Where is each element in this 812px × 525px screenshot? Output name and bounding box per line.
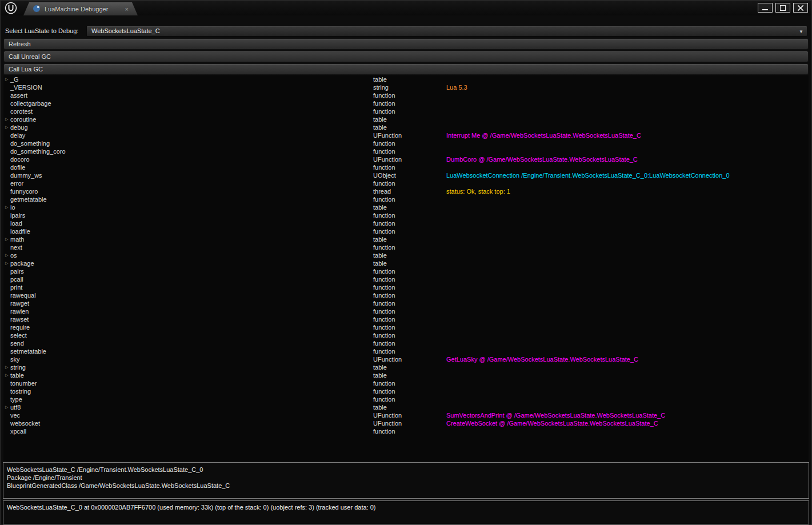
variable-type: function [373, 299, 395, 307]
select-luastate-label: Select LuaState to Debug: [5, 27, 78, 34]
variable-type: function [373, 267, 395, 275]
refresh-button[interactable]: Refresh [3, 38, 809, 50]
variable-name: rawset [10, 315, 29, 323]
window-controls [758, 3, 808, 13]
tree-row[interactable]: sendfunction [3, 339, 809, 347]
variable-type: function [373, 427, 395, 435]
variable-type: function [373, 195, 395, 203]
tree-row[interactable]: rawsetfunction [3, 315, 809, 323]
tree-row[interactable]: do_something_corofunction [3, 147, 809, 155]
tree-row[interactable]: websocketUFunctionCreateWebSocket @ /Gam… [3, 419, 809, 427]
variable-value: Interrupt Me @ /Game/WebSocketsLuaState.… [446, 131, 641, 139]
variable-name: delay [10, 131, 25, 139]
maximize-button[interactable] [775, 3, 790, 13]
variable-name: error [10, 179, 23, 187]
variable-type: table [373, 251, 387, 259]
call-unreal-gc-button[interactable]: Call Unreal GC [3, 51, 809, 62]
variable-name: assert [10, 91, 27, 99]
tab-close-icon[interactable]: × [125, 6, 129, 13]
tree-row[interactable]: vecUFunctionSumVectorsAndPrint @ /Game/W… [3, 411, 809, 419]
tree-row[interactable]: ▷ostable [3, 251, 809, 259]
tree-row[interactable]: requirefunction [3, 323, 809, 331]
variable-type: function [373, 347, 395, 355]
variable-type: function [373, 139, 395, 147]
variable-name: docoro [10, 155, 30, 163]
tree-row[interactable]: dofilefunction [3, 163, 809, 171]
variable-type: function [373, 339, 395, 347]
tree-row[interactable]: pcallfunction [3, 275, 809, 283]
tree-row[interactable]: ▷_Gtable [3, 75, 809, 83]
call-lua-gc-button[interactable]: Call Lua GC [3, 63, 809, 75]
variable-name: debug [10, 123, 28, 131]
tree-row[interactable]: ▷stringtable [3, 363, 809, 371]
tree-row[interactable]: _VERSIONstringLua 5.3 [3, 83, 809, 91]
variable-type: function [373, 219, 395, 227]
tree-row[interactable]: loadfunction [3, 219, 809, 227]
tree-row[interactable]: printfunction [3, 283, 809, 291]
tree-row[interactable]: xpcallfunction [3, 427, 809, 435]
close-button[interactable] [793, 3, 808, 13]
chevron-down-icon: ▼ [799, 27, 803, 37]
variable-name: corotest [10, 107, 33, 115]
tree-row[interactable]: errorfunction [3, 179, 809, 187]
tab-luamachine-debugger[interactable]: LuaMachine Debugger × [23, 2, 138, 15]
variable-type: function [373, 227, 395, 235]
minimize-button[interactable] [758, 3, 773, 13]
tree-row[interactable]: pairsfunction [3, 267, 809, 275]
status-bar: WebSocketsLuaState_C_0 at 0x0000020AB7FF… [3, 500, 809, 524]
variable-name: rawget [10, 299, 29, 307]
variable-type: function [373, 99, 395, 107]
tree-row[interactable]: dummy_wsUObjectLuaWebsocketConnection /E… [3, 171, 809, 179]
tree-row[interactable]: corotestfunction [3, 107, 809, 115]
variable-name: type [10, 395, 22, 403]
tree-row[interactable]: ▷utf8table [3, 403, 809, 411]
tree-row[interactable]: loadfilefunction [3, 227, 809, 235]
variable-type: function [373, 291, 395, 299]
variable-type: function [373, 179, 395, 187]
variable-name: xpcall [10, 427, 26, 435]
tree-row[interactable]: ▷packagetable [3, 259, 809, 267]
tree-row[interactable]: setmetatablefunction [3, 347, 809, 355]
luastate-dropdown[interactable]: WebSocketsLuaState_C ▼ [86, 26, 807, 37]
tree-row[interactable]: funnycorothreadstatus: Ok, stack top: 1 [3, 187, 809, 195]
variable-name: funnycoro [10, 187, 38, 195]
variable-type: table [373, 371, 387, 379]
tree-row[interactable]: ▷coroutinetable [3, 115, 809, 123]
tree-row[interactable]: skyUFunctionGetLuaSky @ /Game/WebSockets… [3, 355, 809, 363]
tree-row[interactable]: collectgarbagefunction [3, 99, 809, 107]
tree-row[interactable]: delayUFunctionInterrupt Me @ /Game/WebSo… [3, 131, 809, 139]
variable-type: function [373, 387, 395, 395]
tree-row[interactable]: getmetatablefunction [3, 195, 809, 203]
variable-name: require [10, 323, 30, 331]
tree-row[interactable]: ▷iotable [3, 203, 809, 211]
tree-row[interactable]: docoroUFunctionDumbCoro @ /Game/WebSocke… [3, 155, 809, 163]
luastate-detail-panel: WebSocketsLuaState_C /Engine/Transient.W… [3, 462, 809, 499]
tree-row[interactable]: ▷mathtable [3, 235, 809, 243]
tree-row[interactable]: selectfunction [3, 331, 809, 339]
variable-name: utf8 [10, 403, 21, 411]
tree-row[interactable]: rawlenfunction [3, 307, 809, 315]
variable-type: function [373, 163, 395, 171]
tree-row[interactable]: ▷tabletable [3, 371, 809, 379]
tree-row[interactable]: ipairsfunction [3, 211, 809, 219]
tree-row[interactable]: rawgetfunction [3, 299, 809, 307]
tree-row[interactable]: ▷debugtable [3, 123, 809, 131]
variable-name: dofile [10, 163, 25, 171]
variable-type: function [373, 275, 395, 283]
variable-type: UFunction [373, 411, 402, 419]
tree-row[interactable]: tostringfunction [3, 387, 809, 395]
variable-name: vec [10, 411, 20, 419]
variable-name: sky [10, 355, 20, 363]
variable-name: next [10, 243, 22, 251]
variable-name: load [10, 219, 22, 227]
variable-name: send [10, 339, 24, 347]
tree-row[interactable]: nextfunction [3, 243, 809, 251]
variable-name: do_something_coro [10, 147, 66, 155]
tree-row[interactable]: tonumberfunction [3, 379, 809, 387]
tree-row[interactable]: do_somethingfunction [3, 139, 809, 147]
tree-row[interactable]: rawequalfunction [3, 291, 809, 299]
tree-row[interactable]: typefunction [3, 395, 809, 403]
variable-name: io [10, 203, 15, 211]
tree-row[interactable]: assertfunction [3, 91, 809, 99]
variable-name: tostring [10, 387, 31, 395]
